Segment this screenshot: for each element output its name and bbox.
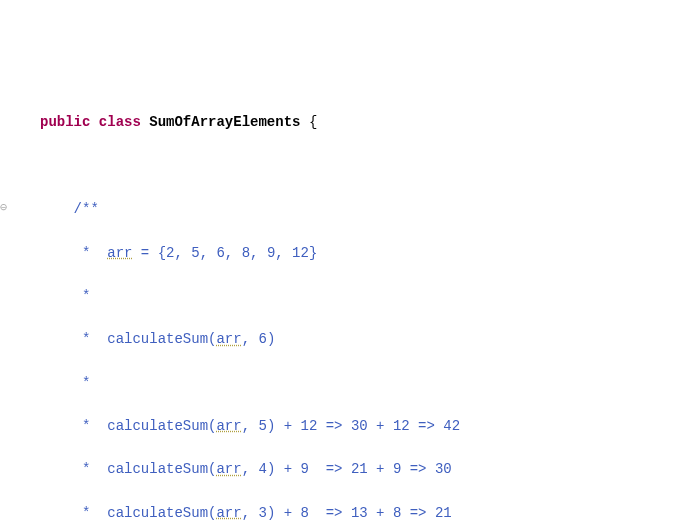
javadoc-text: calculateSum(: [90, 505, 216, 521]
javadoc-line: *: [12, 373, 687, 395]
javadoc-var-arr: arr: [216, 418, 241, 434]
javadoc-star: *: [74, 245, 91, 261]
javadoc-var-arr: arr: [216, 505, 241, 521]
keyword-public: public: [40, 114, 90, 130]
javadoc-var-arr: arr: [216, 331, 241, 347]
javadoc-text: , 4) + 9 => 21 + 9 => 30: [242, 461, 452, 477]
javadoc-line: * calculateSum(arr, 3) + 8 => 13 + 8 => …: [12, 503, 687, 524]
javadoc-text: , 3) + 8 => 13 + 8 => 21: [242, 505, 452, 521]
javadoc-line: * arr = {2, 5, 6, 8, 9, 12}: [12, 243, 687, 265]
javadoc-text: calculateSum(: [90, 418, 216, 434]
blank-line: [12, 156, 687, 178]
javadoc-line: * calculateSum(arr, 6): [12, 329, 687, 351]
javadoc-star: *: [74, 288, 91, 304]
javadoc-text: calculateSum(: [90, 461, 216, 477]
javadoc-var-arr: arr: [107, 245, 132, 261]
javadoc-start: /**: [74, 201, 99, 217]
javadoc-star: *: [74, 375, 91, 391]
fold-icon[interactable]: ⊖: [0, 199, 24, 218]
brace: {: [300, 114, 317, 130]
javadoc-line: *: [12, 286, 687, 308]
code-line: public class SumOfArrayElements {: [12, 112, 687, 134]
javadoc-star: *: [74, 418, 91, 434]
keyword-class: class: [99, 114, 141, 130]
javadoc-star: *: [74, 461, 91, 477]
javadoc-star: *: [74, 331, 91, 347]
javadoc-text: calculateSum(: [90, 331, 216, 347]
javadoc-open: ⊖ /**: [12, 199, 687, 221]
javadoc-line: * calculateSum(arr, 4) + 9 => 21 + 9 => …: [12, 459, 687, 481]
javadoc-text: , 5) + 12 => 30 + 12 => 42: [242, 418, 460, 434]
code-editor: public class SumOfArrayElements { ⊖ /** …: [0, 87, 687, 524]
javadoc-var-arr: arr: [216, 461, 241, 477]
javadoc-text: [90, 245, 107, 261]
class-name: SumOfArrayElements: [149, 114, 300, 130]
javadoc-text: = {2, 5, 6, 8, 9, 12}: [132, 245, 317, 261]
javadoc-line: * calculateSum(arr, 5) + 12 => 30 + 12 =…: [12, 416, 687, 438]
javadoc-text: , 6): [242, 331, 276, 347]
javadoc-star: *: [74, 505, 91, 521]
